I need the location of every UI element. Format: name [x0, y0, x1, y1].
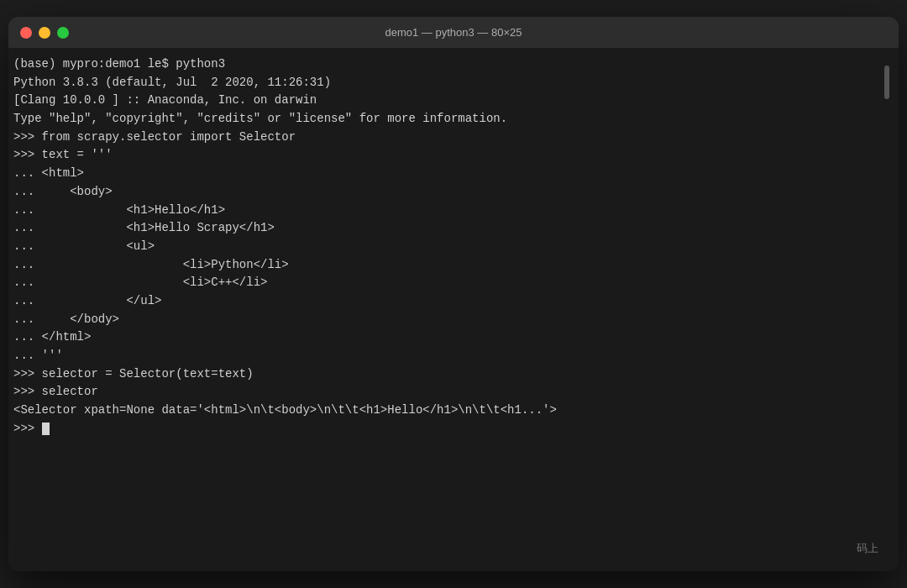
- close-button[interactable]: [20, 27, 32, 39]
- terminal-window: demo1 — python3 — 80×25 (base) mypro:dem…: [8, 17, 899, 571]
- watermark: 码上: [857, 541, 878, 556]
- terminal-content: (base) mypro:demo1 le$ python3 Python 3.…: [13, 55, 883, 564]
- terminal-body[interactable]: (base) mypro:demo1 le$ python3 Python 3.…: [8, 49, 899, 571]
- titlebar: demo1 — python3 — 80×25: [8, 17, 899, 49]
- traffic-lights: [20, 27, 69, 39]
- maximize-button[interactable]: [57, 27, 69, 39]
- window-title: demo1 — python3 — 80×25: [385, 26, 522, 39]
- cursor: [42, 423, 50, 435]
- scrollbar[interactable]: [883, 55, 890, 564]
- scroll-track: [884, 57, 889, 563]
- minimize-button[interactable]: [39, 27, 50, 39]
- scroll-thumb[interactable]: [884, 66, 889, 99]
- line-1: (base) mypro:demo1 le$ python3 Python 3.…: [13, 57, 557, 435]
